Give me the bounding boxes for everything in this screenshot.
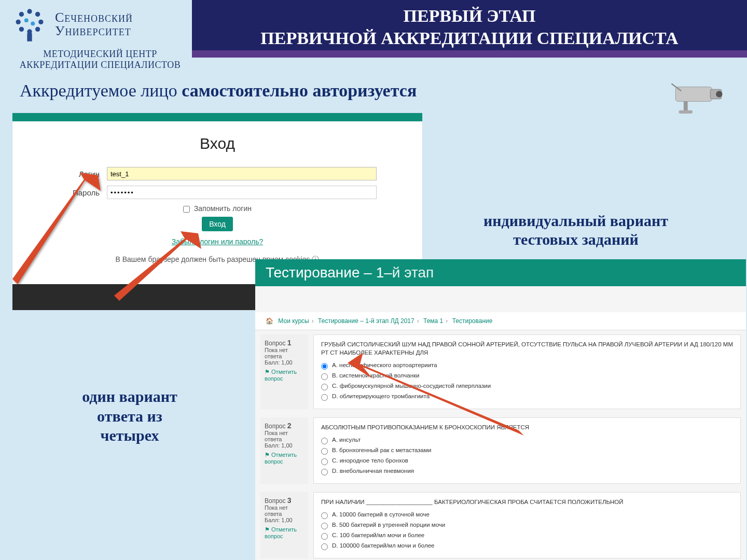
answer-option[interactable]: A. неспецифического аортоартериита: [321, 362, 733, 370]
answer-option[interactable]: C. инородное тело бронхов: [321, 457, 733, 465]
password-input[interactable]: [107, 186, 377, 199]
question-score: Балл: 1,00: [265, 442, 304, 449]
answer-radio[interactable]: [321, 448, 328, 455]
test-header-light: й этап: [392, 264, 434, 281]
home-icon[interactable]: 🏠: [266, 317, 273, 325]
answer-label: D. внебольничная пневмония: [332, 468, 414, 474]
logo-text-line2: Университет: [55, 23, 133, 39]
login-heading: Вход: [33, 135, 402, 152]
forgot-link[interactable]: Забыли логин или пароль?: [33, 237, 402, 246]
question-status: Пока нет ответа: [265, 505, 304, 517]
answer-option[interactable]: D. внебольничная пневмония: [321, 468, 733, 475]
question-text: ПРИ НАЛИЧИИ ____________________ БАКТЕРИ…: [321, 498, 733, 506]
crumb-1[interactable]: Мои курсы: [278, 317, 309, 325]
answer-radio[interactable]: [321, 458, 328, 465]
question-number: Вопрос 2: [265, 422, 304, 430]
answer-label: B. системной красной волчанки: [332, 372, 420, 379]
slide-title-band: ПЕРВЫЙ ЭТАП ПЕРВИЧНОЙ АККРЕДИТАЦИИ СПЕЦИ…: [192, 0, 747, 50]
svg-point-13: [716, 91, 722, 97]
crumb-4[interactable]: Тестирование: [452, 317, 493, 325]
answer-label: C. инородное тело бронхов: [332, 457, 408, 464]
answer-option[interactable]: D. 100000 бактерий/мл мочи и более: [321, 542, 733, 550]
answer-radio[interactable]: [321, 469, 328, 475]
answer-option[interactable]: C. 100 бактерий/мл мочи и более: [321, 532, 733, 540]
answer-label: D. 100000 бактерий/мл мочи и более: [332, 542, 434, 549]
remember-label: Запомнить логин: [194, 204, 252, 213]
question-block: Вопрос 2Пока нет ответаБалл: 1,00⚑ Отмет…: [255, 413, 746, 488]
answer-label: B. бронхогенный рак с метастазами: [332, 447, 431, 453]
flag-question-link[interactable]: ⚑ Отметить вопрос: [265, 452, 304, 465]
answer-radio[interactable]: [321, 523, 328, 529]
login-input[interactable]: [107, 167, 377, 180]
svg-point-0: [19, 12, 24, 17]
question-number: Вопрос 3: [265, 496, 304, 505]
answer-radio[interactable]: [321, 543, 328, 550]
answer-option[interactable]: D. облитерирующего тромбангиита: [321, 393, 733, 401]
question-block: Вопрос 3Пока нет ответаБалл: 1,00⚑ Отмет…: [255, 488, 746, 560]
answer-radio[interactable]: [321, 373, 328, 380]
breadcrumb: 🏠 Мои курсы› Тестирование – 1-й этап ЛД …: [255, 312, 746, 330]
question-number: Вопрос 1: [265, 339, 304, 347]
question-body: ПРИ НАЛИЧИИ ____________________ БАКТЕРИ…: [313, 492, 741, 558]
answer-label: A. неспецифического аортоартериита: [332, 362, 437, 368]
svg-rect-14: [684, 102, 688, 111]
answer-radio[interactable]: [321, 438, 328, 444]
answer-radio[interactable]: [321, 512, 328, 519]
password-label: Пароль: [58, 188, 100, 197]
flag-question-link[interactable]: ⚑ Отметить вопрос: [265, 526, 304, 539]
question-text: АБСОЛЮТНЫМ ПРОТИВОПОКАЗАНИЕМ К БРОНХОСКО…: [321, 423, 733, 431]
answer-label: B. 500 бактерий в утренней порции мочи: [332, 522, 445, 528]
answer-label: C. 100 бактерий/мл мочи и более: [332, 532, 424, 538]
answer-option[interactable]: B. 500 бактерий в утренней порции мочи: [321, 522, 733, 529]
answer-radio[interactable]: [321, 533, 328, 540]
login-topbar: [12, 113, 422, 121]
question-body: АБСОЛЮТНЫМ ПРОТИВОПОКАЗАНИЕМ К БРОНХОСКО…: [313, 417, 741, 484]
question-text: ГРУБЫЙ СИСТОЛИЧЕСКИЙ ШУМ НАД ПРАВОЙ СОНН…: [321, 340, 733, 357]
svg-point-5: [19, 27, 24, 32]
test-header: Тестирование – 1–й этап: [255, 259, 746, 286]
question-sidebar: Вопрос 1Пока нет ответаБалл: 1,00⚑ Отмет…: [260, 334, 308, 409]
answer-option[interactable]: A. 10000 бактерий в суточной моче: [321, 511, 733, 519]
university-logo-block: Сеченовский Университет МЕТОДИЧЕСКИЙ ЦЕН…: [9, 4, 191, 71]
question-score: Балл: 1,00: [265, 517, 304, 523]
question-block: Вопрос 1Пока нет ответаБалл: 1,00⚑ Отмет…: [255, 330, 746, 413]
main-caption-plain: Аккредитуемое лицо: [20, 81, 182, 100]
main-caption-bold: самостоятельно авторизуется: [182, 81, 417, 100]
caption-individual-variant: индивидуальный вариант тестовых заданий: [436, 212, 716, 249]
crumb-3[interactable]: Тема 1: [423, 317, 443, 325]
test-screenshot: Тестирование – 1–й этап 🏠 Мои курсы› Тес…: [255, 259, 746, 560]
question-sidebar: Вопрос 2Пока нет ответаБалл: 1,00⚑ Отмет…: [260, 417, 308, 484]
flag-question-link[interactable]: ⚑ Отметить вопрос: [265, 369, 304, 382]
question-status: Пока нет ответа: [265, 430, 304, 442]
login-label: Логин: [58, 170, 100, 178]
remember-row: Запомнить логин: [33, 204, 402, 213]
question-body: ГРУБЫЙ СИСТОЛИЧЕСКИЙ ШУМ НАД ПРАВОЙ СОНН…: [313, 334, 741, 409]
test-header-bold: Тестирование – 1–: [266, 264, 392, 281]
answer-option[interactable]: B. бронхогенный рак с метастазами: [321, 447, 733, 455]
logo-subtitle-line1: МЕТОДИЧЕСКИЙ ЦЕНТР: [9, 49, 191, 60]
answer-radio[interactable]: [321, 384, 328, 390]
cctv-camera-icon: [671, 79, 728, 115]
svg-point-8: [24, 18, 29, 22]
question-score: Балл: 1,00: [265, 359, 304, 366]
answer-label: A. инсульт: [332, 437, 361, 443]
answer-radio[interactable]: [321, 394, 328, 401]
svg-point-7: [35, 27, 40, 32]
answer-label: D. облитерирующего тромбангиита: [332, 393, 430, 399]
question-status: Пока нет ответа: [265, 347, 304, 359]
answer-option[interactable]: B. системной красной волчанки: [321, 372, 733, 380]
slide-title-line1: ПЕРВЫЙ ЭТАП: [192, 5, 747, 27]
main-caption: Аккредитуемое лицо самостоятельно автори…: [20, 81, 417, 101]
crumb-2[interactable]: Тестирование – 1-й этап ЛД 2017: [318, 317, 414, 325]
svg-point-3: [16, 20, 20, 24]
login-submit-button[interactable]: Вход: [202, 217, 233, 231]
answer-option[interactable]: A. инсульт: [321, 437, 733, 444]
purple-divider: [192, 50, 747, 58]
svg-point-4: [38, 20, 43, 24]
answer-radio[interactable]: [321, 363, 328, 370]
answer-option[interactable]: C. фибромускулярной мышечно-сосудистой г…: [321, 383, 733, 390]
answer-label: A. 10000 бактерий в суточной моче: [332, 511, 430, 517]
sechenov-logo-icon: [9, 4, 50, 45]
remember-checkbox[interactable]: [183, 206, 190, 213]
answer-label: C. фибромускулярной мышечно-сосудистой г…: [332, 383, 491, 389]
